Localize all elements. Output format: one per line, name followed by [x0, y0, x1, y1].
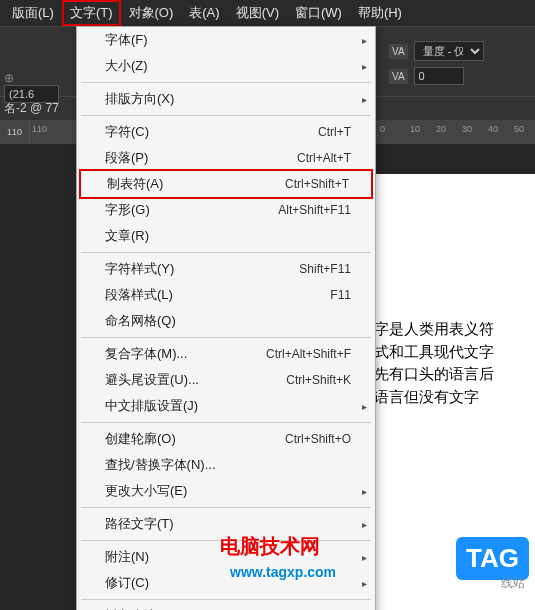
tag-badge: TAG — [456, 537, 529, 580]
menu-create-outlines[interactable]: 创建轮廓(O)Ctrl+Shift+O — [77, 426, 375, 452]
watermark: 电脑技术网 www.tagxp.com — [220, 533, 336, 580]
toolbar-left-input[interactable]: ⊕ — [4, 71, 70, 103]
measure-select[interactable]: 量度 - 仅 — [414, 41, 484, 61]
menu-insert-footnote[interactable]: 插入脚注(I) — [77, 603, 375, 610]
menu-para-styles[interactable]: 段落样式(L)F11 — [77, 282, 375, 308]
menu-separator — [81, 422, 371, 423]
menu-separator — [81, 115, 371, 116]
menu-composite-font[interactable]: 复合字体(M)...Ctrl+Alt+Shift+F — [77, 341, 375, 367]
menu-paragraph[interactable]: 段落(P)Ctrl+Alt+T — [77, 145, 375, 171]
text-line: 式和工具现代文字 — [374, 341, 531, 364]
menu-direction[interactable]: 排版方向(X) — [77, 86, 375, 112]
menu-separator — [81, 507, 371, 508]
menu-size[interactable]: 大小(Z) — [77, 53, 375, 79]
menu-named-grid[interactable]: 命名网格(Q) — [77, 308, 375, 334]
menu-window[interactable]: 窗口(W) — [287, 0, 350, 26]
menu-separator — [81, 82, 371, 83]
watermark-url: www.tagxp.com — [230, 564, 336, 580]
text-menu-dropdown: 字体(F) 大小(Z) 排版方向(X) 字符(C)Ctrl+T 段落(P)Ctr… — [76, 26, 376, 610]
menu-layout[interactable]: 版面(L) — [4, 0, 62, 26]
menu-separator — [81, 599, 371, 600]
text-line: 字是人类用表义符 — [374, 318, 531, 341]
menu-separator — [81, 337, 371, 338]
text-line: 先有口头的语言后 — [374, 363, 531, 386]
menu-object[interactable]: 对象(O) — [121, 0, 182, 26]
offset-input[interactable] — [414, 67, 464, 85]
tag-sub: 线站 — [501, 575, 525, 592]
menu-help[interactable]: 帮助(H) — [350, 0, 410, 26]
watermark-title: 电脑技术网 — [220, 535, 320, 557]
menu-glyphs[interactable]: 字形(G)Alt+Shift+F11 — [77, 197, 375, 223]
menu-char-styles[interactable]: 字符样式(Y)Shift+F11 — [77, 256, 375, 282]
menu-change-case[interactable]: 更改大小写(E) — [77, 478, 375, 504]
va-icon-2: VA — [389, 69, 408, 84]
menubar: 版面(L) 文字(T) 对象(O) 表(A) 视图(V) 窗口(W) 帮助(H) — [0, 0, 535, 26]
menu-font[interactable]: 字体(F) — [77, 27, 375, 53]
menu-table[interactable]: 表(A) — [181, 0, 227, 26]
text-line: 语言但没有文字 — [374, 386, 531, 409]
menu-cjk-layout[interactable]: 中文排版设置(J) — [77, 393, 375, 419]
va-icon-1: VA — [389, 44, 408, 59]
menu-text[interactable]: 文字(T) — [62, 0, 121, 26]
menu-character[interactable]: 字符(C)Ctrl+T — [77, 119, 375, 145]
menu-tabs[interactable]: 制表符(A)Ctrl+Shift+T — [79, 169, 373, 199]
menu-find-font[interactable]: 查找/替换字体(N)... — [77, 452, 375, 478]
dimension-input[interactable] — [4, 85, 59, 103]
menu-story[interactable]: 文章(R) — [77, 223, 375, 249]
menu-separator — [81, 252, 371, 253]
menu-view[interactable]: 视图(V) — [228, 0, 287, 26]
menu-kinsoku[interactable]: 避头尾设置(U)...Ctrl+Shift+K — [77, 367, 375, 393]
ruler-corner: 110 — [0, 120, 30, 144]
